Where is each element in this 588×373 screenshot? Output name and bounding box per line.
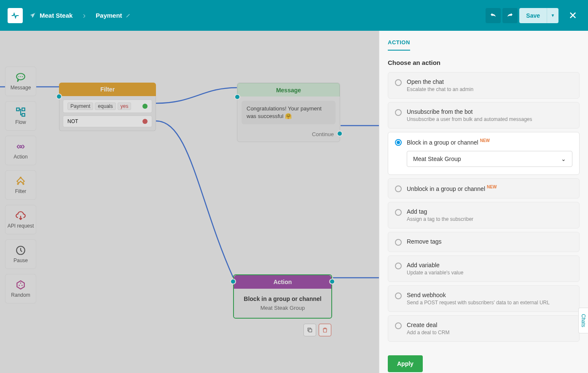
option-unsubscribe[interactable]: Unsubscribe from the bot Unsubscribe a u… — [388, 102, 580, 129]
delete-node-button[interactable] — [319, 324, 331, 336]
opt-title: Add tag — [407, 208, 572, 215]
bot-name: Meat Steak — [40, 12, 72, 19]
option-remove-tags[interactable]: Remove tags — [388, 232, 580, 252]
action-node[interactable]: Action Block in a group or channel Meat … — [233, 274, 332, 319]
option-add-tag[interactable]: Add tag Assign a tag to the subscriber — [388, 202, 580, 228]
continue-label[interactable]: Continue — [237, 129, 340, 142]
radio[interactable] — [395, 139, 402, 146]
option-add-variable[interactable]: Add variable Update a variable's value — [388, 255, 580, 282]
opt-desc: Escalate the chat to an admin — [407, 86, 572, 92]
toolbox-sidebar: Message Flow Action Filter API request P… — [0, 62, 42, 309]
sidebar-item-label: Filter — [15, 188, 27, 194]
apply-button[interactable]: Apply — [388, 355, 423, 372]
sidebar-item-label: Flow — [15, 119, 26, 125]
opt-title: Send webhook — [407, 292, 572, 298]
sidebar-item-label: Pause — [13, 258, 28, 263]
sidebar-item-message[interactable]: Message — [5, 67, 36, 96]
port-in[interactable] — [234, 94, 240, 100]
opt-title: Unblock in a group or channelNEW — [407, 185, 572, 192]
radio[interactable] — [395, 109, 402, 116]
sidebar-item-flow[interactable]: Flow — [5, 101, 36, 131]
trash-icon — [322, 327, 328, 333]
header-actions: Save ▼ ✕ — [486, 8, 580, 23]
svg-point-10 — [20, 177, 21, 178]
sidebar-item-filter[interactable]: Filter — [5, 170, 36, 200]
svg-point-14 — [19, 285, 20, 286]
new-badge: NEW — [487, 185, 497, 189]
action-node-header: Action — [234, 275, 331, 289]
opt-title: Add variable — [407, 262, 572, 268]
save-dropdown[interactable]: ▼ — [547, 8, 558, 23]
opt-desc: Unsubscribe a user from bulk and automat… — [407, 116, 572, 122]
chats-tab[interactable]: Chats — [578, 308, 588, 333]
opt-title: Remove tags — [407, 238, 572, 245]
action-icon — [15, 141, 26, 152]
filter-operator: equals — [95, 102, 115, 110]
radio[interactable] — [395, 263, 402, 269]
opt-desc: Send a POST request with subscribers' da… — [407, 300, 572, 306]
action-sub-title: Meat Steak Group — [239, 305, 326, 311]
option-open-chat[interactable]: Open the chat Escalate the chat to an ad… — [388, 72, 580, 99]
port-in[interactable] — [230, 279, 236, 284]
filter-node-header: Filter — [59, 83, 156, 96]
logo[interactable] — [8, 8, 23, 23]
breadcrumb-bot[interactable]: Meat Steak — [30, 12, 72, 19]
radio[interactable] — [395, 239, 402, 246]
option-block[interactable]: Block in a group or channelNEW Meat Stea… — [388, 132, 580, 175]
flow-name: Payment — [96, 12, 122, 19]
copy-node-button[interactable] — [303, 324, 316, 336]
radio[interactable] — [395, 209, 402, 216]
svg-point-15 — [21, 285, 23, 286]
option-send-webhook[interactable]: Send webhook Send a POST request with su… — [388, 285, 580, 312]
redo-button[interactable] — [502, 8, 518, 23]
opt-title: Create deal — [407, 322, 572, 328]
group-select[interactable]: Meat Steak Group ⌄ — [407, 151, 572, 167]
select-value: Meat Steak Group — [413, 156, 461, 162]
svg-rect-8 — [22, 113, 25, 116]
filter-rule[interactable]: Payment equals yes — [63, 99, 152, 113]
filter-value: yes — [118, 102, 132, 110]
pencil-icon[interactable] — [126, 13, 131, 18]
undo-icon — [489, 12, 497, 19]
port-in[interactable] — [56, 94, 62, 99]
sidebar-item-api[interactable]: API request — [5, 205, 36, 234]
close-button[interactable]: ✕ — [565, 8, 580, 23]
filter-not-label: NOT — [67, 118, 78, 124]
save-button[interactable]: Save — [519, 8, 547, 23]
filter-node[interactable]: Filter Payment equals yes NOT — [59, 83, 156, 131]
svg-point-5 — [22, 76, 23, 77]
radio[interactable] — [395, 79, 402, 86]
save-group: Save ▼ — [519, 8, 558, 23]
sidebar-item-label: Random — [11, 292, 30, 298]
svg-rect-7 — [22, 108, 25, 111]
svg-point-4 — [20, 76, 21, 77]
sidebar-item-label: Action — [13, 154, 27, 160]
port-out[interactable] — [329, 279, 335, 284]
sidebar-item-label: Message — [11, 85, 31, 91]
message-icon — [15, 72, 26, 83]
svg-point-16 — [20, 282, 21, 284]
new-badge: NEW — [480, 138, 490, 143]
port-false[interactable] — [142, 119, 148, 124]
sidebar-item-random[interactable]: Random — [5, 274, 36, 303]
opt-desc: Add a deal to CRM — [407, 330, 572, 335]
radio[interactable] — [395, 292, 402, 299]
radio[interactable] — [395, 185, 402, 192]
sidebar-item-label: API request — [8, 223, 34, 229]
option-create-deal[interactable]: Create deal Add a deal to CRM — [388, 315, 580, 342]
panel-heading: Choose an action — [388, 59, 580, 66]
sidebar-item-pause[interactable]: Pause — [5, 239, 36, 269]
undo-button[interactable] — [486, 8, 501, 23]
port-out[interactable] — [337, 131, 343, 137]
svg-rect-6 — [16, 108, 19, 111]
port-true[interactable] — [142, 104, 148, 109]
option-unblock[interactable]: Unblock in a group or channelNEW — [388, 178, 580, 199]
breadcrumb-flow[interactable]: Payment — [96, 12, 131, 19]
opt-desc: Assign a tag to the subscriber — [407, 216, 572, 222]
radio[interactable] — [395, 322, 402, 329]
sidebar-item-action[interactable]: Action — [5, 136, 36, 165]
message-node[interactable]: Message Congratulations! Your payment wa… — [237, 83, 340, 142]
panel-tab[interactable]: ACTION — [388, 39, 410, 51]
filter-else[interactable]: NOT — [63, 115, 152, 127]
svg-point-11 — [17, 183, 19, 185]
